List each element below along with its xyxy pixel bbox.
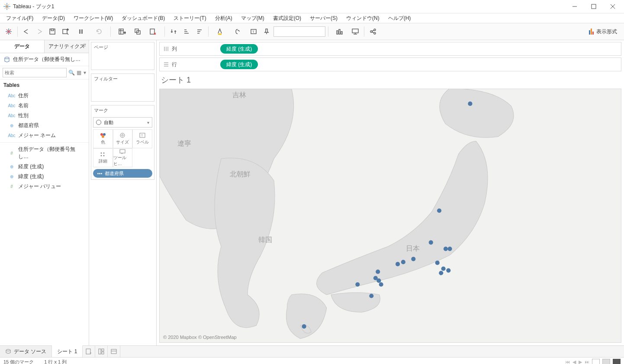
svg-point-84 — [369, 294, 373, 298]
marks-detail-pill[interactable]: 都道府県 — [93, 169, 152, 178]
group-button[interactable] — [229, 26, 247, 38]
redo-button[interactable] — [33, 26, 45, 38]
marks-size[interactable]: サイズ — [113, 129, 133, 148]
marks-label[interactable]: Tラベル — [132, 129, 152, 148]
datasource-label: 住所データ（郵便番号無し… — [13, 56, 85, 63]
view-icon[interactable]: ▦ — [77, 68, 81, 77]
tab-datasource[interactable]: データ ソース — [0, 346, 52, 357]
svg-point-51 — [102, 135, 104, 138]
menu-dashboard[interactable]: ダッシュボード(B) — [118, 14, 168, 23]
map-attribution: © 2020 Mapbox © OpenStreetMap — [163, 335, 237, 340]
show-cards-button[interactable] — [331, 26, 348, 38]
menu-caret-icon[interactable]: ▾ — [83, 68, 86, 77]
menu-map[interactable]: マップ(M) — [238, 14, 268, 23]
sort-desc-button[interactable] — [193, 26, 206, 38]
new-dashboard-button[interactable] — [95, 346, 108, 357]
tab-data[interactable]: データ — [0, 40, 44, 53]
menu-data[interactable]: データ(D) — [39, 14, 68, 23]
close-button[interactable] — [603, 0, 622, 13]
new-sheet-button[interactable]: + — [83, 346, 95, 357]
sheet-title[interactable]: シート 1 — [157, 71, 624, 89]
datasource-icon — [3, 56, 10, 63]
highlight-button[interactable] — [211, 26, 228, 38]
svg-point-75 — [439, 271, 443, 275]
field-dim[interactable]: Abcメジャー ネーム — [0, 131, 89, 140]
search-icon[interactable]: 🔍 — [68, 68, 75, 77]
swap-button[interactable] — [167, 26, 180, 38]
datasource-item[interactable]: 住所データ（郵便番号無し… — [0, 53, 89, 66]
share-button[interactable] — [367, 26, 379, 38]
rows-pill[interactable]: 緯度 (生成) — [220, 60, 258, 69]
filters-card[interactable]: フィルター — [91, 73, 154, 102]
menu-window[interactable]: ウィンドウ(N) — [343, 14, 383, 23]
columns-pill[interactable]: 経度 (生成) — [220, 44, 258, 54]
map-viz[interactable]: 吉林 遼寧 北朝鮮 韓国 日本 © 2020 Mapbox © OpenStre… — [159, 89, 621, 343]
label-button[interactable]: T — [248, 26, 260, 38]
field-dim[interactable]: Abc性別 — [0, 111, 89, 121]
new-datasource-button[interactable]: + — [59, 26, 71, 38]
show-me-button[interactable]: 表示形式 — [585, 28, 621, 35]
marks-detail[interactable]: 詳細 — [93, 148, 113, 167]
svg-rect-13 — [51, 29, 54, 31]
svg-rect-5 — [592, 4, 596, 9]
view-mode-3[interactable] — [613, 359, 621, 364]
columns-shelf[interactable]: 列 経度 (生成) — [159, 42, 621, 56]
menu-file[interactable]: ファイル(F) — [3, 14, 37, 23]
menu-story[interactable]: ストーリー(T) — [170, 14, 209, 23]
minimize-button[interactable] — [565, 0, 584, 13]
svg-point-53 — [122, 134, 123, 136]
menu-server[interactable]: サーバー(S) — [306, 14, 341, 23]
search-input[interactable] — [3, 68, 67, 77]
rows-shelf[interactable]: 行 緯度 (生成) — [159, 57, 621, 71]
nav-prev-icon[interactable]: ◀ — [573, 359, 576, 364]
duplicate-button[interactable] — [132, 26, 144, 38]
undo-button[interactable] — [20, 26, 32, 38]
fit-dropdown[interactable] — [273, 26, 325, 37]
pause-auto-updates-button[interactable] — [72, 26, 90, 38]
tab-analytics[interactable]: アナリティクス⇵ — [44, 40, 89, 53]
marks-type-select[interactable]: 自動 — [93, 117, 152, 128]
marks-color[interactable]: 色 — [93, 129, 113, 148]
presentation-button[interactable] — [349, 26, 361, 38]
view-mode-2[interactable] — [602, 359, 610, 364]
marks-tooltip[interactable]: ツールヒ… — [113, 148, 133, 167]
save-button[interactable] — [46, 26, 58, 38]
new-story-button[interactable] — [108, 346, 120, 357]
nav-last-icon[interactable]: ⏭ — [585, 359, 589, 364]
svg-rect-12 — [50, 29, 55, 34]
view-mode-1[interactable] — [592, 359, 600, 364]
svg-point-79 — [376, 269, 380, 274]
nav-first-icon[interactable]: ⏮ — [565, 359, 570, 364]
svg-point-58 — [100, 155, 102, 156]
sort-asc-button[interactable] — [180, 26, 193, 38]
svg-point-72 — [447, 246, 452, 251]
field-dim[interactable]: Abc住所 — [0, 91, 89, 101]
svg-rect-37 — [337, 31, 338, 34]
pages-card[interactable]: ページ — [91, 42, 154, 70]
maximize-button[interactable] — [584, 0, 603, 13]
menu-analysis[interactable]: 分析(A) — [212, 14, 236, 23]
new-worksheet-button[interactable]: + — [113, 26, 131, 38]
clear-button[interactable] — [145, 26, 162, 38]
field-meas[interactable]: #住所データ（郵便番号無し… — [0, 144, 89, 162]
svg-point-43 — [370, 31, 372, 32]
menu-help[interactable]: ヘルプ(H) — [385, 14, 415, 23]
svg-line-47 — [372, 32, 374, 33]
svg-rect-90 — [99, 349, 101, 354]
field-dim[interactable]: ⊕都道府県 — [0, 121, 89, 131]
svg-point-69 — [437, 208, 441, 213]
nav-next-icon[interactable]: ▶ — [579, 359, 582, 364]
field-meas[interactable]: ⊕緯度 (生成) — [0, 172, 89, 182]
field-meas[interactable]: #メジャー バリュー — [0, 182, 89, 192]
refresh-button[interactable] — [90, 26, 108, 38]
field-meas[interactable]: ⊕経度 (生成) — [0, 162, 89, 172]
rows-icon — [163, 61, 169, 67]
field-dim[interactable]: Abc名前 — [0, 101, 89, 111]
pin-button[interactable] — [261, 26, 273, 38]
svg-rect-19 — [119, 29, 123, 34]
tableau-home-icon[interactable] — [3, 26, 15, 38]
menu-format[interactable]: 書式設定(O) — [270, 14, 305, 23]
columns-icon — [163, 46, 169, 52]
menu-worksheet[interactable]: ワークシート(W) — [70, 14, 116, 23]
tab-sheet1[interactable]: シート 1 — [52, 345, 83, 357]
